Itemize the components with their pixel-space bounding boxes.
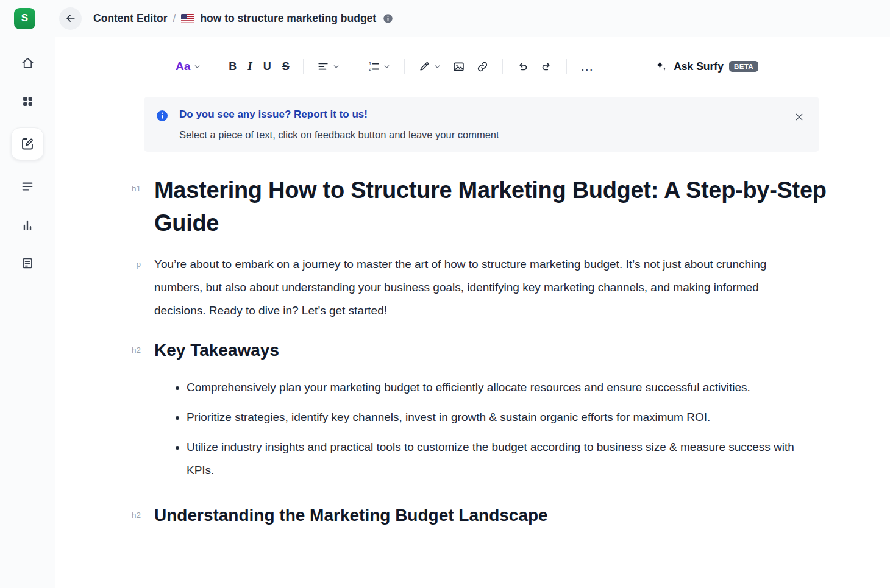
italic-label: I xyxy=(247,60,252,73)
breadcrumb: Content Editor / how to structure market… xyxy=(93,12,393,25)
ask-surfy-button[interactable]: Ask Surfy BETA xyxy=(653,59,758,74)
pen-style-button[interactable] xyxy=(413,57,447,76)
block-type-marker-h1: h1 xyxy=(115,174,141,193)
chevron-down-icon xyxy=(383,63,391,71)
compose-edit-icon xyxy=(20,136,35,151)
top-bar: S Content Editor / how to structure mark… xyxy=(0,0,890,37)
key-takeaways-heading[interactable]: Key Takeaways xyxy=(154,339,279,361)
list-item[interactable]: Comprehensively plan your marketing budg… xyxy=(187,376,813,399)
more-options-button[interactable]: … xyxy=(575,55,600,78)
italic-button[interactable]: I xyxy=(242,56,257,77)
sidebar-item-home[interactable] xyxy=(15,51,40,75)
takeaways-list: Comprehensively plan your marketing budg… xyxy=(154,376,813,489)
toolbar-divider xyxy=(354,59,354,74)
back-button[interactable] xyxy=(59,7,82,30)
sparkles-icon xyxy=(653,59,668,74)
ask-surfy-label: Ask Surfy xyxy=(674,60,724,73)
pen-icon xyxy=(418,60,430,73)
block-type-marker-p: p xyxy=(115,253,141,269)
us-flag-icon xyxy=(181,14,194,23)
heading2-block: h2 Understanding the Marketing Budget La… xyxy=(115,505,847,526)
font-style-label: Aa xyxy=(176,60,190,73)
undo-icon xyxy=(516,60,529,73)
home-icon xyxy=(21,56,35,70)
insert-link-button[interactable] xyxy=(471,57,494,77)
sidebar-item-content-editor[interactable] xyxy=(11,127,44,160)
intro-paragraph[interactable]: You’re about to embark on a journey to m… xyxy=(154,253,813,322)
align-left-icon xyxy=(317,60,329,73)
banner-subtitle: Select a piece of text, click on feedbac… xyxy=(179,127,802,142)
window-bottom-edge xyxy=(0,583,890,583)
redo-button[interactable] xyxy=(535,57,558,77)
article-title[interactable]: Mastering How to Structure Marketing Bud… xyxy=(154,174,847,239)
bold-label: B xyxy=(229,60,237,73)
editor-pane: Aa B I U S xyxy=(55,37,890,588)
strikethrough-label: S xyxy=(282,60,290,73)
chevron-down-icon xyxy=(193,63,201,71)
toolbar-divider xyxy=(303,59,304,74)
chevron-down-icon xyxy=(332,63,340,71)
app-logo-letter: S xyxy=(21,12,28,24)
sidebar-item-lists[interactable] xyxy=(15,174,40,199)
list-item[interactable]: Prioritize strategies, identify key chan… xyxy=(187,406,813,429)
document-card-icon xyxy=(21,257,34,270)
document-info-icon[interactable] xyxy=(383,13,393,24)
paragraph-block: p You’re about to embark on a journey to… xyxy=(115,253,847,322)
breadcrumb-separator: / xyxy=(173,12,176,25)
sidebar xyxy=(0,37,55,588)
redo-icon xyxy=(540,60,553,73)
feedback-banner: Do you see any issue? Report it to us! S… xyxy=(144,97,819,152)
rows-icon xyxy=(21,180,34,193)
info-icon xyxy=(156,110,168,122)
bar-chart-icon xyxy=(21,218,34,232)
document-title[interactable]: how to structure marketing budget xyxy=(200,12,376,25)
svg-text:1: 1 xyxy=(369,61,371,66)
close-icon xyxy=(794,112,804,122)
underline-button[interactable]: U xyxy=(258,57,277,77)
arrow-left-icon xyxy=(65,12,77,24)
list-format-button[interactable]: 1 2 xyxy=(362,57,396,76)
font-style-button[interactable]: Aa xyxy=(170,56,207,77)
formatting-toolbar: Aa B I U S xyxy=(170,52,855,80)
image-icon xyxy=(452,60,465,73)
breadcrumb-app[interactable]: Content Editor xyxy=(93,12,168,25)
svg-text:2: 2 xyxy=(369,66,371,72)
list-item[interactable]: Utilize industry insights and practical … xyxy=(187,436,813,482)
heading1-block: h1 Mastering How to Structure Marketing … xyxy=(115,174,847,239)
sidebar-item-documents[interactable] xyxy=(15,251,40,275)
toolbar-divider xyxy=(404,59,405,74)
toolbar-divider xyxy=(215,59,215,74)
insert-image-button[interactable] xyxy=(447,57,471,77)
bold-button[interactable]: B xyxy=(223,57,242,77)
block-type-marker-h2: h2 xyxy=(115,505,141,520)
toolbar-divider xyxy=(502,59,503,74)
block-type-marker-h2: h2 xyxy=(115,339,141,355)
undo-button[interactable] xyxy=(511,57,535,77)
link-icon xyxy=(476,60,489,73)
sidebar-item-apps[interactable] xyxy=(15,89,40,113)
beta-badge: BETA xyxy=(729,61,758,72)
underline-label: U xyxy=(263,60,271,73)
landscape-heading[interactable]: Understanding the Marketing Budget Lands… xyxy=(154,505,548,526)
banner-close-button[interactable] xyxy=(791,109,807,125)
text-align-button[interactable] xyxy=(312,57,346,76)
app-logo[interactable]: S xyxy=(14,8,35,29)
bullet-list-block: Comprehensively plan your marketing budg… xyxy=(115,376,847,489)
chevron-down-icon xyxy=(433,63,441,71)
grid-icon xyxy=(21,95,34,108)
heading2-block: h2 Key Takeaways xyxy=(115,339,847,361)
sidebar-item-analytics[interactable] xyxy=(15,213,40,237)
banner-title: Do you see any issue? Report it to us! xyxy=(179,107,802,122)
toolbar-divider xyxy=(566,59,567,74)
numbered-list-icon: 1 2 xyxy=(368,60,380,73)
ellipsis-icon: … xyxy=(580,58,595,74)
document-canvas[interactable]: h1 Mastering How to Structure Marketing … xyxy=(55,152,890,526)
strikethrough-button[interactable]: S xyxy=(277,57,295,77)
